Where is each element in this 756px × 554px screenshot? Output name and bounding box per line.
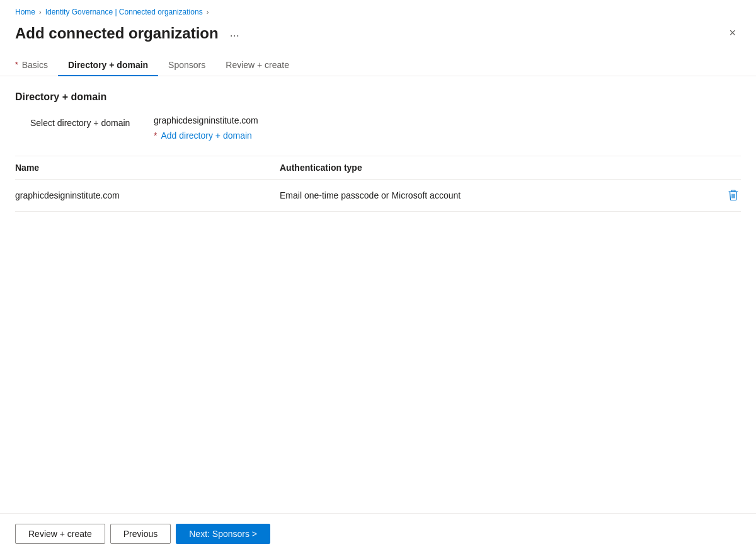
footer: Review + create Previous Next: Sponsors … <box>0 513 756 554</box>
directory-domain-row: Select directory + domain graphicdesigni… <box>15 115 741 141</box>
breadcrumb-home[interactable]: Home <box>15 8 35 16</box>
tab-directory-domain[interactable]: Directory + domain <box>58 55 158 76</box>
review-create-button[interactable]: Review + create <box>15 524 105 544</box>
page-header: Add connected organization ... × <box>0 21 756 55</box>
tab-directory-domain-label: Directory + domain <box>68 60 148 70</box>
breadcrumb-governance[interactable]: Identity Governance | Connected organiza… <box>45 8 203 16</box>
breadcrumb-sep-1: › <box>39 8 42 16</box>
add-link-required-star: * <box>154 130 157 141</box>
tab-sponsors-label: Sponsors <box>168 60 205 70</box>
main-content: Directory + domain Select directory + do… <box>0 76 756 513</box>
close-button[interactable]: × <box>724 24 741 42</box>
previous-button[interactable]: Previous <box>110 524 171 544</box>
table-row: graphicdesigninstitute.com Email one-tim… <box>15 180 741 212</box>
row-auth: Email one-time passcode or Microsoft acc… <box>280 190 726 200</box>
domain-value: graphicdesigninstitute.com <box>154 115 741 125</box>
tab-basics-label: Basics <box>22 60 48 70</box>
page-header-left: Add connected organization ... <box>15 25 243 42</box>
breadcrumb: Home › Identity Governance | Connected o… <box>0 0 756 21</box>
tabs-container: * Basics Directory + domain Sponsors Rev… <box>0 55 756 76</box>
page-title: Add connected organization <box>15 25 219 42</box>
tab-review-create-label: Review + create <box>226 60 289 70</box>
more-options-button[interactable]: ... <box>226 25 243 41</box>
col-name-header: Name <box>15 163 280 173</box>
tab-basics-required: * <box>15 61 18 69</box>
tab-sponsors[interactable]: Sponsors <box>158 55 215 76</box>
delete-row-button[interactable] <box>726 187 741 204</box>
row-name: graphicdesigninstitute.com <box>15 190 280 200</box>
field-label: Select directory + domain <box>15 115 154 128</box>
add-link-text: Add directory + domain <box>161 130 251 141</box>
tab-review-create[interactable]: Review + create <box>215 55 299 76</box>
col-auth-header: Authentication type <box>280 163 741 173</box>
breadcrumb-sep-2: › <box>207 8 209 16</box>
tab-basics[interactable]: * Basics <box>15 55 58 76</box>
next-button[interactable]: Next: Sponsors > <box>176 524 270 544</box>
section-title: Directory + domain <box>15 91 741 103</box>
add-directory-domain-link[interactable]: * Add directory + domain <box>154 130 252 141</box>
directory-table: Name Authentication type graphicdesignin… <box>15 156 741 212</box>
table-header: Name Authentication type <box>15 156 741 180</box>
field-value: graphicdesigninstitute.com * Add directo… <box>154 115 741 141</box>
trash-icon <box>728 190 738 201</box>
